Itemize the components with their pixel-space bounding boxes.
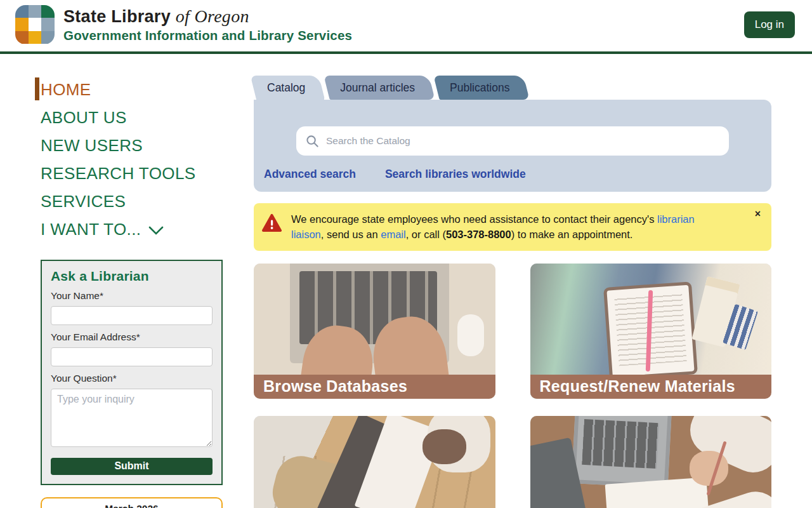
quick-link-cards: Browse Databases Request/Renew Materials — [254, 264, 771, 508]
search-panel: Advanced search Search libraries worldwi… — [254, 100, 771, 192]
card-photo-4[interactable] — [530, 416, 772, 508]
email-label: Your Email Address* — [51, 331, 213, 343]
search-input[interactable] — [326, 135, 719, 147]
nav-item-home[interactable]: HOME — [41, 76, 223, 104]
logo-text: State Library of Oregon Government Infor… — [63, 6, 352, 43]
tab-publications[interactable]: Publications — [436, 76, 527, 100]
calendar-prev-icon[interactable]: « — [51, 504, 56, 508]
logo-title-italic: of Oregon — [176, 6, 249, 26]
search-tabs: Catalog Journal articles Publications — [254, 76, 771, 100]
ask-a-librarian-form: Ask a Librarian Your Name* Your Email Ad… — [41, 260, 223, 485]
search-worldwide-link[interactable]: Search libraries worldwide — [385, 168, 526, 181]
question-field[interactable] — [51, 389, 213, 447]
search-icon — [306, 135, 319, 148]
name-label: Your Name* — [51, 290, 213, 302]
main-content: Catalog Journal articles Publications Ad… — [254, 76, 771, 508]
nav-item-new-users[interactable]: NEW USERS — [41, 131, 223, 159]
desk-meeting-photo — [530, 416, 772, 508]
nav-item-about-us[interactable]: ABOUT US — [41, 104, 223, 131]
warning-icon — [262, 214, 282, 232]
site-header: State Library of Oregon Government Infor… — [0, 0, 812, 54]
logo-title: State Library of Oregon — [63, 6, 352, 27]
card-browse-databases[interactable]: Browse Databases — [254, 264, 495, 399]
name-field[interactable] — [51, 306, 213, 325]
search-box — [296, 126, 729, 156]
login-button[interactable]: Log in — [744, 11, 795, 38]
email-field[interactable] — [51, 347, 213, 366]
logo-subtitle: Government Information and Library Servi… — [63, 28, 352, 43]
calendar-month-label: March 2026 — [105, 503, 158, 508]
site-logo: State Library of Oregon Government Infor… — [15, 5, 352, 44]
close-icon[interactable]: × — [755, 209, 761, 219]
tab-catalog[interactable]: Catalog — [254, 76, 322, 100]
tab-journal-articles[interactable]: Journal articles — [327, 76, 432, 100]
nav-item-services[interactable]: SERVICES — [41, 187, 223, 215]
magazine-reading-photo — [254, 416, 495, 508]
submit-button[interactable]: Submit — [51, 458, 213, 475]
email-link[interactable]: email — [381, 229, 405, 240]
calendar-next-icon[interactable]: » — [207, 504, 213, 508]
alert-banner: We encourage state employees who need as… — [254, 203, 771, 251]
ask-form-title: Ask a Librarian — [51, 269, 213, 284]
advanced-search-link[interactable]: Advanced search — [264, 168, 356, 181]
card-caption: Browse Databases — [254, 375, 495, 399]
alert-text: We encourage state employees who need as… — [291, 211, 710, 243]
sidebar: HOME ABOUT US NEW USERS RESEARCH TOOLS S… — [41, 76, 223, 508]
phone-number: 503-378-8800 — [446, 229, 511, 240]
card-caption: Request/Renew Materials — [530, 375, 772, 399]
card-photo-3[interactable] — [254, 416, 495, 508]
chevron-down-icon — [148, 226, 164, 235]
calendar-header: « March 2026 » — [42, 498, 221, 508]
question-label: Your Question* — [51, 373, 213, 384]
main-nav: HOME ABOUT US NEW USERS RESEARCH TOOLS S… — [41, 76, 223, 243]
card-request-renew-materials[interactable]: Request/Renew Materials — [530, 264, 772, 399]
nav-item-i-want-to[interactable]: I WANT TO... — [41, 215, 223, 243]
search-links: Advanced search Search libraries worldwi… — [264, 168, 526, 181]
state-library-logo-icon — [15, 5, 55, 44]
nav-item-research-tools[interactable]: RESEARCH TOOLS — [41, 159, 223, 187]
events-calendar: « March 2026 » M T W T F 2 — [41, 497, 223, 508]
